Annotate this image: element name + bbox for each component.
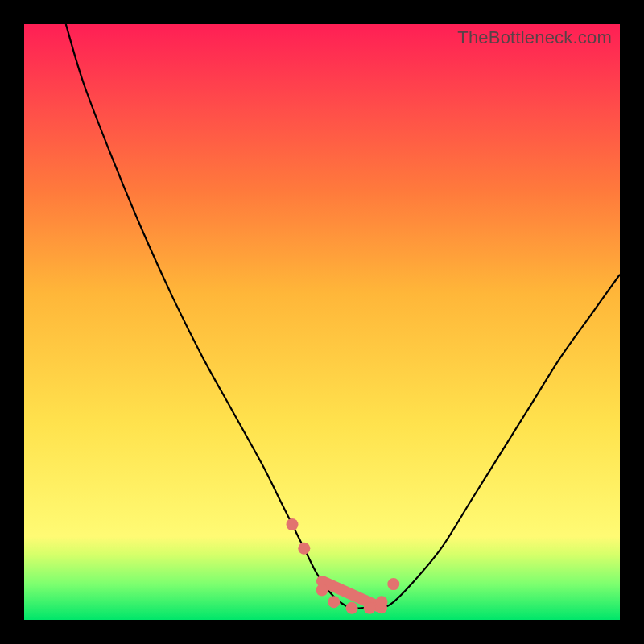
chart-plot-area: TheBottleneck.com — [24, 24, 620, 620]
curve-marker — [328, 596, 340, 608]
curve-marker — [316, 584, 328, 597]
chart-frame: TheBottleneck.com — [0, 0, 644, 644]
bottleneck-curve — [24, 24, 620, 620]
curve-markers — [287, 518, 400, 614]
curve-marker — [376, 596, 388, 608]
curve-marker — [287, 518, 299, 530]
curve-path — [66, 24, 620, 609]
curve-marker — [298, 543, 310, 555]
curve-marker — [387, 578, 399, 590]
curve-marker — [346, 602, 358, 614]
curve-marker — [364, 602, 376, 614]
